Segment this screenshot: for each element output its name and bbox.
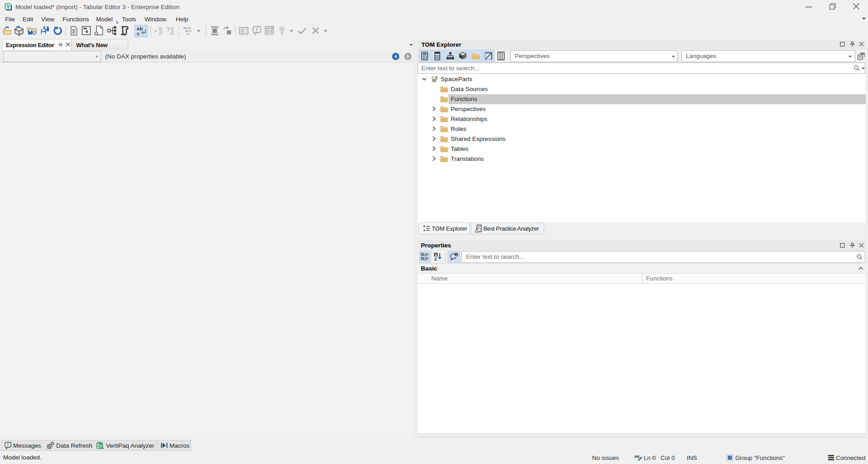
svg-text:AB: AB [634, 454, 640, 459]
svg-text:Z: Z [434, 257, 437, 261]
